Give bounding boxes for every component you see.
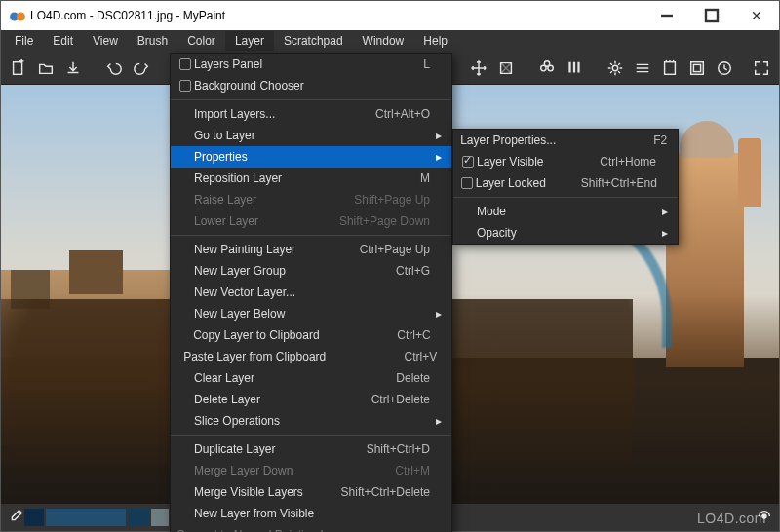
menu-item-label: Reposition Layer	[194, 171, 348, 185]
menu-item-shortcut: M	[348, 171, 430, 185]
menu-item-label: Layer Visible	[477, 155, 574, 169]
svg-rect-4	[14, 61, 22, 74]
menu-item-label: Layer Properties...	[460, 133, 585, 147]
layer-menu-item[interactable]: New Painting LayerCtrl+Page Up	[171, 239, 451, 260]
layers-icon[interactable]	[629, 55, 656, 82]
menu-item-label: Paste Layer from Clipboard	[183, 350, 355, 363]
layer-menu-item[interactable]: Copy Layer to ClipboardCtrl+C	[171, 324, 451, 346]
submenu-arrow-icon: ▸	[430, 414, 442, 428]
menu-edit[interactable]: Edit	[43, 31, 83, 51]
color-wheel-icon[interactable]	[533, 55, 561, 82]
settings-icon[interactable]	[602, 55, 629, 82]
layer-menu-item[interactable]: Slice Operations▸	[171, 410, 451, 432]
menu-view[interactable]: View	[83, 31, 128, 51]
menu-item-label: Properties	[194, 150, 348, 164]
layer-menu-dropdown: Layers PanelLBackground ChooserImport La…	[170, 53, 452, 532]
menu-item-label: Lower Layer	[194, 214, 339, 228]
menu-item-label: Clear Layer	[194, 371, 348, 385]
menu-file[interactable]: File	[5, 31, 43, 51]
layer-menu-item[interactable]: Background Chooser	[171, 75, 451, 96]
menu-color[interactable]: Color	[177, 31, 225, 51]
layer-menu-item: Lower LayerShift+Page Down	[171, 210, 451, 232]
menu-item-shortcut: Ctrl+G	[348, 264, 430, 278]
menu-item-shortcut: Ctrl+C	[349, 328, 431, 342]
layer-menu-item[interactable]: New Layer from Visible	[171, 503, 451, 524]
history-icon[interactable]	[711, 55, 738, 82]
properties-submenu-item[interactable]: Layer LockedShift+Ctrl+End	[453, 172, 678, 194]
menu-item-label: Slice Operations	[194, 414, 348, 428]
menu-item-shortcut: Ctrl+Delete	[348, 393, 430, 406]
menu-separator	[171, 235, 451, 236]
submenu-arrow-icon: ▸	[656, 205, 668, 218]
properties-submenu-item[interactable]: Opacity▸	[453, 222, 678, 244]
layer-menu-item[interactable]: Merge Visible LayersShift+Ctrl+Delete	[171, 481, 451, 503]
layer-menu-item[interactable]: Reposition LayerM	[171, 168, 451, 189]
menu-item-shortcut: Shift+Ctrl+End	[575, 176, 657, 190]
checkbox-icon	[176, 80, 194, 92]
layer-menu-item: Merge Layer DownCtrl+M	[171, 460, 451, 481]
layer-menu-item[interactable]: Go to Layer▸	[171, 125, 451, 146]
layer-menu-item[interactable]: Paste Layer from ClipboardCtrl+V	[171, 346, 451, 367]
minimize-button[interactable]	[644, 1, 689, 30]
layer-menu-item[interactable]: New Layer Below▸	[171, 303, 451, 324]
layer-menu-item[interactable]: New Layer GroupCtrl+G	[171, 260, 451, 282]
undo-icon[interactable]	[100, 55, 128, 82]
preview-icon[interactable]	[683, 55, 711, 82]
menu-brush[interactable]: Brush	[128, 31, 177, 51]
menu-window[interactable]: Window	[353, 31, 414, 51]
drag-icon[interactable]	[492, 55, 520, 82]
submenu-arrow-icon: ▸	[430, 150, 442, 164]
menu-item-label: Delete Layer	[194, 393, 348, 406]
submenu-arrow-icon: ▸	[656, 226, 668, 240]
eyedropper-icon[interactable]	[7, 508, 24, 527]
color-swatch[interactable]	[46, 509, 126, 526]
layer-menu-item[interactable]: New Vector Layer...	[171, 282, 451, 303]
properties-submenu-dropdown: Layer Properties...F2Layer VisibleCtrl+H…	[452, 129, 679, 245]
move-icon[interactable]	[465, 55, 492, 82]
color-swatch[interactable]	[24, 509, 44, 526]
redo-icon[interactable]	[128, 55, 155, 82]
svg-point-1	[17, 13, 25, 21]
svg-point-9	[544, 60, 549, 65]
properties-submenu-item[interactable]: Mode▸	[453, 201, 678, 222]
menu-layer[interactable]: Layer	[225, 31, 274, 51]
properties-submenu-item[interactable]: Layer Properties...F2	[453, 130, 678, 151]
menu-help[interactable]: Help	[413, 31, 457, 51]
menu-item-shortcut: F2	[585, 133, 667, 147]
color-swatch[interactable]	[151, 509, 169, 526]
menu-item-shortcut: Delete	[348, 371, 430, 385]
menu-item-label: Mode	[477, 205, 574, 218]
menu-item-label: New Painting Layer	[194, 243, 348, 256]
maximize-button[interactable]	[689, 1, 734, 30]
layer-menu-item[interactable]: Properties▸	[171, 146, 451, 168]
scratchpad-icon[interactable]	[656, 55, 683, 82]
save-file-icon[interactable]	[59, 55, 87, 82]
menu-item-shortcut: Shift+Page Up	[348, 193, 430, 207]
close-button[interactable]: ✕	[734, 1, 779, 30]
layer-menu-item[interactable]: Import Layers...Ctrl+Alt+O	[171, 103, 451, 125]
open-file-icon[interactable]	[32, 55, 59, 82]
menu-item-label: New Layer Below	[194, 307, 348, 321]
menu-item-label: Import Layers...	[194, 107, 348, 121]
new-file-icon[interactable]	[5, 55, 32, 82]
menu-item-label: Layer Locked	[476, 176, 575, 190]
color-swatch[interactable]	[128, 509, 149, 526]
layer-menu-item[interactable]: Layers PanelL	[171, 54, 451, 75]
menu-item-label: Merge Layer Down	[194, 464, 348, 477]
layer-menu-item[interactable]: Delete LayerCtrl+Delete	[171, 389, 451, 410]
svg-rect-16	[693, 64, 700, 71]
menu-item-label: New Layer Group	[194, 264, 348, 278]
menu-item-shortcut: Shift+Page Down	[339, 214, 430, 228]
menu-item-shortcut: L	[348, 57, 430, 71]
layer-menu-item[interactable]: Duplicate LayerShift+Ctrl+D	[171, 438, 451, 460]
properties-submenu-item[interactable]: Layer VisibleCtrl+Home	[453, 151, 678, 172]
layer-menu-item[interactable]: Clear LayerDelete	[171, 367, 451, 389]
menu-item-label: New Layer from Visible	[194, 507, 348, 520]
checkbox-checked-icon	[459, 156, 477, 168]
menu-separator	[171, 99, 451, 100]
brush-group-icon[interactable]	[561, 55, 588, 82]
fullscreen-icon[interactable]	[748, 55, 775, 82]
menu-scratchpad[interactable]: Scratchpad	[274, 31, 353, 51]
menu-item-label: Convert to Normal Painting Layer	[176, 528, 378, 532]
menu-item-shortcut: Ctrl+V	[355, 350, 437, 363]
